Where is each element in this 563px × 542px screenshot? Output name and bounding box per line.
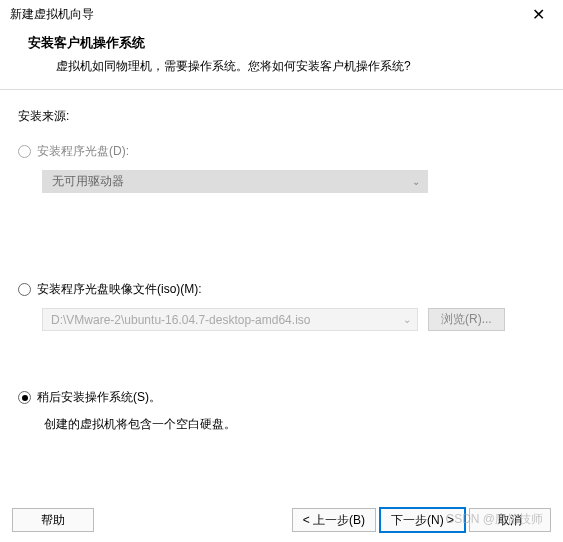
option-later-description: 创建的虚拟机将包含一个空白硬盘。 xyxy=(18,416,545,433)
back-button[interactable]: < 上一步(B) xyxy=(292,508,376,532)
browse-button[interactable]: 浏览(R)... xyxy=(428,308,505,331)
source-label: 安装来源: xyxy=(18,108,545,125)
header-title: 安装客户机操作系统 xyxy=(20,34,543,52)
option-iso-file: 安装程序光盘映像文件(iso)(M): D:\VMware-2\ubuntu-1… xyxy=(18,281,545,331)
header-description: 虚拟机如同物理机，需要操作系统。您将如何安装客户机操作系统? xyxy=(20,58,543,75)
wizard-header: 安装客户机操作系统 虚拟机如同物理机，需要操作系统。您将如何安装客户机操作系统? xyxy=(0,28,563,89)
radio-disc-label: 安装程序光盘(D): xyxy=(37,143,129,160)
chevron-down-icon: ⌄ xyxy=(412,176,420,187)
title-bar: 新建虚拟机向导 ✕ xyxy=(0,0,563,28)
window-title: 新建虚拟机向导 xyxy=(10,6,94,23)
radio-later-label: 稍后安装操作系统(S)。 xyxy=(37,389,161,406)
next-button[interactable]: 下一步(N) > xyxy=(380,508,465,532)
help-button[interactable]: 帮助 xyxy=(12,508,94,532)
chevron-down-icon: ⌄ xyxy=(403,314,411,325)
option-installer-disc: 安装程序光盘(D): 无可用驱动器 ⌄ xyxy=(18,143,545,193)
iso-path-input[interactable]: D:\VMware-2\ubuntu-16.04.7-desktop-amd64… xyxy=(42,308,418,331)
wizard-footer: 帮助 < 上一步(B) 下一步(N) > 取消 xyxy=(0,508,563,532)
disc-dropdown-value: 无可用驱动器 xyxy=(52,173,124,190)
close-icon[interactable]: ✕ xyxy=(524,6,553,24)
radio-iso-label: 安装程序光盘映像文件(iso)(M): xyxy=(37,281,202,298)
disc-drive-dropdown[interactable]: 无可用驱动器 ⌄ xyxy=(42,170,428,193)
radio-disc[interactable] xyxy=(18,145,31,158)
radio-iso[interactable] xyxy=(18,283,31,296)
radio-later[interactable] xyxy=(18,391,31,404)
cancel-button[interactable]: 取消 xyxy=(469,508,551,532)
content-area: 安装来源: 安装程序光盘(D): 无可用驱动器 ⌄ 安装程序光盘映像文件(iso… xyxy=(0,90,563,433)
iso-path-value: D:\VMware-2\ubuntu-16.04.7-desktop-amd64… xyxy=(51,313,310,327)
option-install-later: 稍后安装操作系统(S)。 创建的虚拟机将包含一个空白硬盘。 xyxy=(18,389,545,433)
